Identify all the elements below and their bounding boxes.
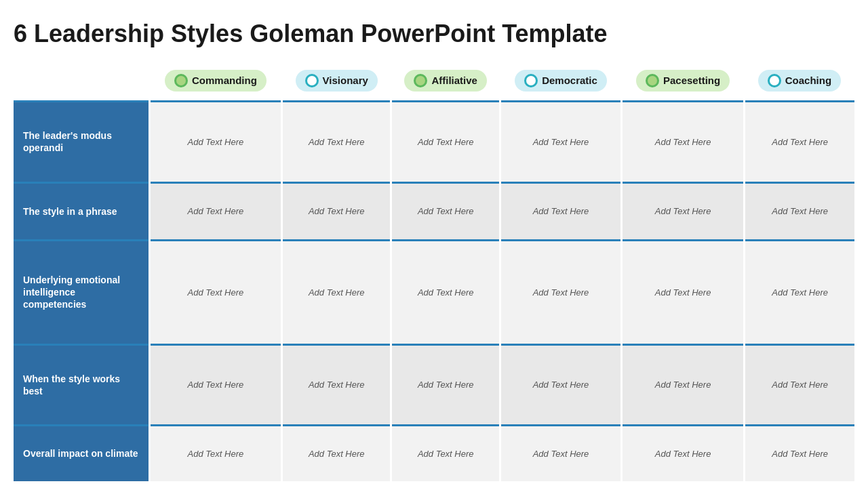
cell-r2-c4[interactable]: Add Text Here [621,240,745,344]
cell-r1-c0[interactable]: Add Text Here [149,182,282,240]
cell-r2-c2[interactable]: Add Text Here [391,240,500,344]
cell-r0-c2[interactable]: Add Text Here [391,102,500,183]
cell-r0-c1[interactable]: Add Text Here [282,102,391,183]
header-label-coaching: Coaching [785,75,831,86]
row-label-2: Underlying emotional intelligence compet… [14,240,149,344]
row-label-4: Overall impact on climate [14,426,149,481]
header-visionary: Visionary [282,61,391,102]
cell-r3-c5[interactable]: Add Text Here [745,344,854,426]
header-coaching: Coaching [745,61,854,102]
cell-r0-c4[interactable]: Add Text Here [621,102,745,183]
header-row: CommandingVisionaryAffiliativeDemocratic… [14,61,854,102]
cell-r4-c1[interactable]: Add Text Here [282,426,391,481]
cell-r3-c1[interactable]: Add Text Here [282,344,391,426]
row-label-0: The leader's modus operandi [14,102,149,183]
row-label-3: When the style works best [14,344,149,426]
cell-r2-c5[interactable]: Add Text Here [745,240,854,344]
cell-r2-c0[interactable]: Add Text Here [149,240,282,344]
cell-r1-c5[interactable]: Add Text Here [745,182,854,240]
cell-r2-c3[interactable]: Add Text Here [500,240,622,344]
cell-r2-c1[interactable]: Add Text Here [282,240,391,344]
table-row: Overall impact on climateAdd Text HereAd… [14,426,854,481]
header-label-democratic: Democratic [542,75,597,86]
header-commanding: Commanding [149,61,282,102]
cell-r1-c2[interactable]: Add Text Here [391,182,500,240]
cell-r0-c0[interactable]: Add Text Here [149,102,282,183]
header-affiliative: Affiliative [391,61,500,102]
page-title: 6 Leadership Styles Goleman PowerPoint T… [14,20,854,47]
cell-r1-c1[interactable]: Add Text Here [282,182,391,240]
cell-r3-c0[interactable]: Add Text Here [149,344,282,426]
table-row: The leader's modus operandiAdd Text Here… [14,102,854,183]
table-row: When the style works bestAdd Text HereAd… [14,344,854,426]
header-label-affiliative: Affiliative [431,75,477,86]
header-label-commanding: Commanding [192,75,257,86]
cell-r4-c0[interactable]: Add Text Here [149,426,282,481]
header-label-visionary: Visionary [323,75,368,86]
cell-r3-c2[interactable]: Add Text Here [391,344,500,426]
main-table: CommandingVisionaryAffiliativeDemocratic… [14,61,854,481]
header-empty-cell [14,61,149,102]
table-row: The style in a phraseAdd Text HereAdd Te… [14,182,854,240]
cell-r4-c2[interactable]: Add Text Here [391,426,500,481]
cell-r3-c3[interactable]: Add Text Here [500,344,622,426]
header-pacesetting: Pacesetting [621,61,745,102]
table-row: Underlying emotional intelligence compet… [14,240,854,344]
cell-r1-c3[interactable]: Add Text Here [500,182,622,240]
table-wrapper: CommandingVisionaryAffiliativeDemocratic… [14,61,854,481]
row-label-1: The style in a phrase [14,182,149,240]
cell-r1-c4[interactable]: Add Text Here [621,182,745,240]
page: 6 Leadership Styles Goleman PowerPoint T… [0,0,868,488]
header-label-pacesetting: Pacesetting [663,75,720,86]
cell-r4-c3[interactable]: Add Text Here [500,426,622,481]
cell-r4-c5[interactable]: Add Text Here [745,426,854,481]
cell-r0-c5[interactable]: Add Text Here [745,102,854,183]
cell-r3-c4[interactable]: Add Text Here [621,344,745,426]
cell-r0-c3[interactable]: Add Text Here [500,102,622,183]
header-democratic: Democratic [500,61,622,102]
cell-r4-c4[interactable]: Add Text Here [621,426,745,481]
